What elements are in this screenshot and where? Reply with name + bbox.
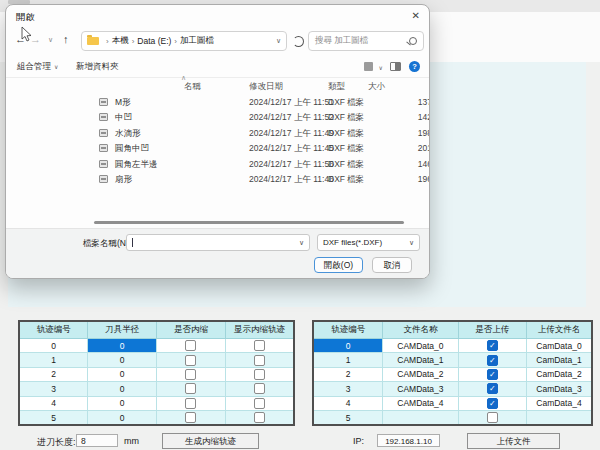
checkbox-unchecked-icon[interactable] [185,369,196,380]
table-checkbox-cell[interactable]: ✓ [458,382,526,396]
checkbox-unchecked-icon[interactable] [487,412,498,423]
view-grid-icon[interactable] [364,62,373,71]
table-checkbox-cell[interactable] [157,382,226,396]
file-row[interactable]: 中凹2024/12/17 上午 11:52DXF 檔案142 [6,110,429,125]
checkbox-checked-icon[interactable]: ✓ [487,340,498,351]
checkbox-unchecked-icon[interactable] [185,412,196,423]
table-checkbox-cell[interactable] [157,396,226,410]
column-header-modified[interactable]: 修改日期 [249,81,283,93]
table-checkbox-cell[interactable] [458,410,526,425]
generate-track-button[interactable]: 生成内缩轨迹 [162,433,259,449]
table-cell[interactable]: 3 [19,382,88,396]
filename-input[interactable]: ∨ [126,234,310,251]
table-cell[interactable]: CamData_2 [526,367,592,381]
table-checkbox-cell[interactable] [157,339,226,353]
table-cell[interactable]: CamData_4 [526,396,592,410]
table-cell[interactable]: CAMData_0 [383,339,458,353]
file-row[interactable]: 圓角中凹2024/12/17 上午 11:45DXF 檔案201 [6,141,429,156]
file-row[interactable]: 扇形2024/12/17 上午 11:46DXF 檔案196 [6,172,429,187]
table-cell[interactable]: CamData_0 [526,339,592,353]
table-checkbox-cell[interactable] [157,367,226,381]
filetype-select[interactable]: DXF files(*.DXF) ∨ [317,234,420,251]
preview-pane-icon[interactable] [390,62,401,71]
table-cell[interactable]: 0 [88,367,157,381]
table-cell[interactable]: 0 [88,396,157,410]
table-cell[interactable]: 0 [88,339,157,353]
table-checkbox-cell[interactable] [157,353,226,367]
checkbox-checked-icon[interactable]: ✓ [487,383,498,394]
file-row[interactable]: 水滴形2024/12/17 上午 11:49DXF 檔案198 [6,126,429,141]
cancel-button[interactable]: 取消 [372,257,412,273]
checkbox-checked-icon[interactable]: ✓ [487,355,498,366]
table-checkbox-cell[interactable] [225,410,294,425]
file-row[interactable]: M形2024/12/17 上午 11:51DXF 檔案137 [6,95,429,110]
view-chevron-icon[interactable]: ∨ [379,64,383,71]
table-checkbox-cell[interactable] [225,353,294,367]
address-bar[interactable]: › 本機 › Data (E:) › 加工圖檔 ∨ [81,31,287,51]
table-cell[interactable]: CAMData_4 [383,396,458,410]
table-cell[interactable]: 4 [313,396,383,410]
table-cell[interactable]: 1 [313,353,383,367]
checkbox-unchecked-icon[interactable] [185,340,196,351]
table-cell[interactable]: 2 [313,367,383,381]
close-icon[interactable]: ✕ [412,10,420,21]
table-cell[interactable]: 0 [19,339,88,353]
table-checkbox-cell[interactable] [157,410,226,425]
table-checkbox-cell[interactable] [225,339,294,353]
table-cell[interactable]: 5 [19,410,88,425]
open-button[interactable]: 開啟(O) [314,257,363,273]
table-cell[interactable] [526,410,592,425]
table-checkbox-cell[interactable] [225,367,294,381]
feed-length-input[interactable]: 8 [76,434,118,447]
table-cell[interactable]: 3 [313,382,383,396]
table-cell[interactable]: 4 [19,396,88,410]
checkbox-unchecked-icon[interactable] [254,355,265,366]
table-checkbox-cell[interactable]: ✓ [458,367,526,381]
upload-files-button[interactable]: 上传文件 [467,433,560,449]
table-cell[interactable] [383,410,458,425]
history-chevron-icon[interactable]: ∨ [48,36,53,44]
table-cell[interactable]: 5 [313,410,383,425]
table-cell[interactable]: CAMData_2 [383,367,458,381]
table-checkbox-cell[interactable]: ✓ [458,339,526,353]
refresh-icon[interactable] [293,36,304,47]
ip-input[interactable]: 192.168.1.10 [377,434,440,447]
search-input[interactable]: 搜尋 加工圖檔 [308,31,424,51]
checkbox-unchecked-icon[interactable] [185,355,196,366]
table-checkbox-cell[interactable]: ✓ [458,353,526,367]
table-cell[interactable]: 2 [19,367,88,381]
table-cell[interactable]: 0 [88,382,157,396]
checkbox-unchecked-icon[interactable] [254,340,265,351]
checkbox-unchecked-icon[interactable] [254,412,265,423]
new-folder-button[interactable]: 新增資料夾 [76,61,119,73]
table-checkbox-cell[interactable] [225,382,294,396]
column-header-size[interactable]: 大小 [368,81,385,93]
horizontal-scrollbar[interactable] [94,221,404,224]
checkbox-unchecked-icon[interactable] [254,398,265,409]
checkbox-checked-icon[interactable]: ✓ [487,398,498,409]
column-header-type[interactable]: 類型 [328,81,345,93]
table-cell[interactable]: 0 [88,410,157,425]
file-row[interactable]: 圓角左半邊2024/12/17 上午 11:56DXF 檔案146 [6,157,429,172]
up-icon[interactable]: ↑ [63,33,69,45]
checkbox-checked-icon[interactable]: ✓ [487,369,498,380]
checkbox-unchecked-icon[interactable] [254,383,265,394]
table-cell[interactable]: CAMData_1 [383,353,458,367]
column-header-name[interactable]: 名稱 [184,81,201,93]
breadcrumb-root[interactable]: 本機 [112,35,129,47]
table-cell[interactable]: CamData_1 [526,353,592,367]
table-cell[interactable]: 1 [19,353,88,367]
table-cell[interactable]: CamData_3 [526,382,592,396]
address-dropdown-icon[interactable]: ∨ [276,37,281,45]
organize-button[interactable]: 組合管理∨ [17,61,58,73]
breadcrumb-drive[interactable]: Data (E:) [137,36,171,46]
table-checkbox-cell[interactable]: ✓ [458,396,526,410]
checkbox-unchecked-icon[interactable] [185,383,196,394]
table-checkbox-cell[interactable] [225,396,294,410]
checkbox-unchecked-icon[interactable] [254,369,265,380]
table-cell[interactable]: 0 [313,339,383,353]
table-cell[interactable]: CAMData_3 [383,382,458,396]
checkbox-unchecked-icon[interactable] [185,398,196,409]
table-cell[interactable]: 0 [88,353,157,367]
help-icon[interactable]: ? [409,61,420,72]
